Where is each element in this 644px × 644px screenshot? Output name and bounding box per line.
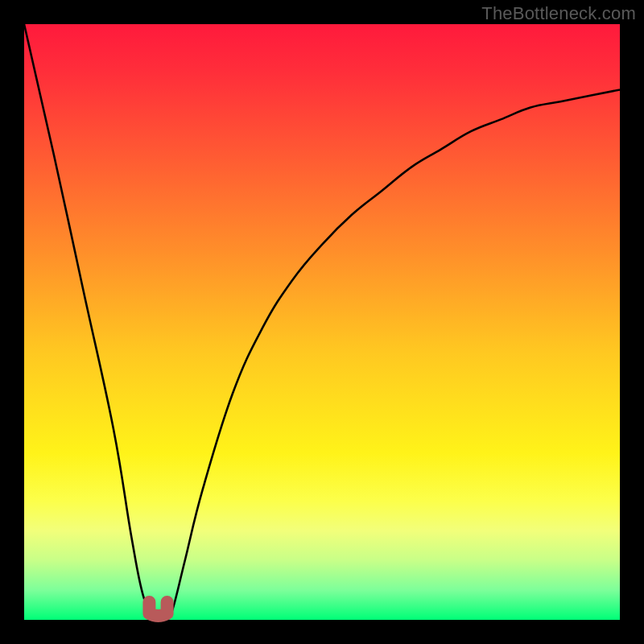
plot-area <box>24 24 620 620</box>
bottleneck-curve-svg <box>24 24 620 620</box>
bottleneck-curve-path <box>24 24 620 622</box>
minimum-marker <box>149 602 167 616</box>
watermark-text: TheBottleneck.com <box>481 3 636 24</box>
